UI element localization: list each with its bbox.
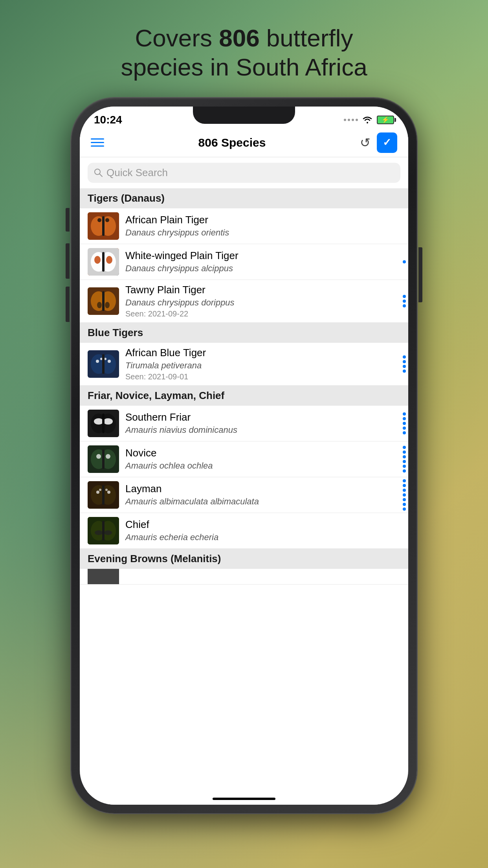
- thumbnail-layman: [88, 481, 119, 509]
- svg-rect-39: [102, 449, 105, 469]
- index-dot: [403, 489, 406, 492]
- status-time: 10:24: [94, 114, 122, 126]
- checkmark-button[interactable]: ✓: [377, 132, 397, 153]
- index-dot: [403, 460, 406, 463]
- list-item-african-blue-tiger[interactable]: African Blue Tiger Tirumala petiverana S…: [80, 343, 408, 386]
- list-item-partial[interactable]: [80, 569, 408, 585]
- index-dot: [403, 455, 406, 458]
- refresh-button[interactable]: ↺: [360, 135, 371, 150]
- index-dot: [403, 451, 406, 454]
- list-item-info-partial: [125, 576, 400, 577]
- header-text: Covers 806 butterfly species in South Af…: [121, 24, 367, 82]
- index-dot: [403, 431, 406, 434]
- species-name: Layman: [125, 483, 400, 495]
- nav-right-icons: ↺ ✓: [360, 132, 397, 153]
- index-dot: [403, 355, 406, 359]
- wifi-icon: [362, 116, 373, 124]
- svg-line-1: [99, 174, 102, 177]
- index-dots: [403, 260, 406, 263]
- index-dot: [403, 508, 406, 511]
- index-dots: [403, 446, 406, 473]
- svg-rect-13: [102, 252, 105, 272]
- species-name: Novice: [125, 447, 400, 459]
- svg-point-32: [103, 418, 113, 425]
- svg-point-19: [105, 302, 110, 308]
- index-dot: [403, 295, 406, 298]
- svg-point-6: [97, 218, 101, 222]
- status-icons: ⚡: [344, 116, 394, 124]
- index-dot: [403, 417, 406, 420]
- list-item-novice[interactable]: Novice Amauris ochlea ochlea: [80, 441, 408, 477]
- species-list[interactable]: Tigers (Danaus): [80, 188, 408, 791]
- section-header-text: Tigers (Danaus): [88, 192, 165, 204]
- signal-dots: [344, 119, 358, 121]
- thumbnail-white-winged-tiger: [88, 248, 119, 276]
- mute-button: [66, 208, 70, 232]
- volume-up-button: [66, 243, 70, 279]
- species-name: White-winged Plain Tiger: [125, 250, 400, 262]
- svg-point-23: [96, 360, 99, 363]
- index-dot: [403, 427, 406, 430]
- index-dot: [403, 304, 406, 307]
- svg-rect-33: [102, 414, 105, 433]
- index-dot: [403, 360, 406, 363]
- search-bar[interactable]: Quick Search: [88, 163, 400, 183]
- butterfly-image: [88, 517, 119, 544]
- signal-dot-2: [348, 119, 350, 121]
- butterfly-image: [88, 481, 119, 509]
- scientific-name: Tirumala petiverana: [125, 360, 400, 371]
- phone-content: 10:24 ⚡: [80, 107, 408, 805]
- index-dot: [403, 365, 406, 368]
- index-dot: [403, 503, 406, 506]
- svg-point-7: [105, 218, 109, 222]
- section-header-text: Blue Tigers: [88, 327, 143, 338]
- section-header-text: Evening Browns (Melanitis): [88, 553, 221, 565]
- home-indicator-bar: [80, 791, 408, 805]
- scientific-name: Amauris albimaculata albimaculata: [125, 497, 400, 507]
- thumbnail-african-plain-tiger: [88, 212, 119, 240]
- svg-point-44: [99, 489, 101, 491]
- section-header-tigers-danaus: Tigers (Danaus): [80, 188, 408, 208]
- signal-dot-3: [352, 119, 354, 121]
- svg-point-43: [96, 491, 99, 494]
- svg-point-46: [107, 491, 110, 494]
- species-name: Chief: [125, 519, 400, 531]
- svg-point-45: [105, 489, 108, 491]
- scientific-name: Amauris niavius dominicanus: [125, 425, 400, 435]
- list-item-southern-friar[interactable]: Southern Friar Amauris niavius dominican…: [80, 406, 408, 441]
- svg-point-11: [94, 256, 101, 264]
- index-dot: [403, 493, 406, 497]
- svg-point-37: [96, 454, 101, 459]
- menu-line-1: [91, 138, 104, 140]
- index-dot: [403, 260, 406, 263]
- index-dot: [403, 422, 406, 425]
- butterfly-image: [88, 350, 119, 378]
- svg-point-38: [106, 454, 110, 459]
- index-dot: [403, 465, 406, 468]
- species-name: African Plain Tiger: [125, 214, 400, 226]
- list-item-info: White-winged Plain Tiger Danaus chrysipp…: [125, 250, 400, 274]
- list-item-white-winged-plain-tiger[interactable]: White-winged Plain Tiger Danaus chrysipp…: [80, 244, 408, 280]
- list-item-chief[interactable]: Chief Amauris echeria echeria: [80, 513, 408, 549]
- scientific-name: Danaus chrysippus alcippus: [125, 263, 400, 274]
- phone-frame: 10:24 ⚡: [71, 98, 417, 813]
- list-item-layman[interactable]: Layman Amauris albimaculata albimaculata: [80, 477, 408, 513]
- scientific-name: Danaus chrysippus orientis: [125, 228, 400, 238]
- battery-lightning: ⚡: [382, 116, 389, 123]
- hamburger-menu-button[interactable]: [91, 138, 104, 147]
- thumbnail-african-blue-tiger: [88, 350, 119, 378]
- home-indicator: [213, 798, 275, 800]
- volume-down-button: [66, 287, 70, 322]
- list-item-info: Tawny Plain Tiger Danaus chrysippus dori…: [125, 284, 400, 318]
- seen-date: Seen: 2021-09-01: [125, 372, 400, 381]
- seen-date: Seen: 2021-09-22: [125, 309, 400, 318]
- svg-rect-53: [102, 521, 105, 541]
- list-item-tawny-plain-tiger[interactable]: Tawny Plain Tiger Danaus chrysippus dori…: [80, 280, 408, 323]
- index-dot: [403, 484, 406, 487]
- list-item-african-plain-tiger[interactable]: African Plain Tiger Danaus chrysippus or…: [80, 208, 408, 244]
- search-bar-container: Quick Search: [80, 157, 408, 188]
- list-item-info: Layman Amauris albimaculata albimaculata: [125, 483, 400, 507]
- index-dots: [403, 295, 406, 307]
- battery-icon: ⚡: [377, 116, 394, 124]
- phone-screen: 10:24 ⚡: [80, 107, 408, 805]
